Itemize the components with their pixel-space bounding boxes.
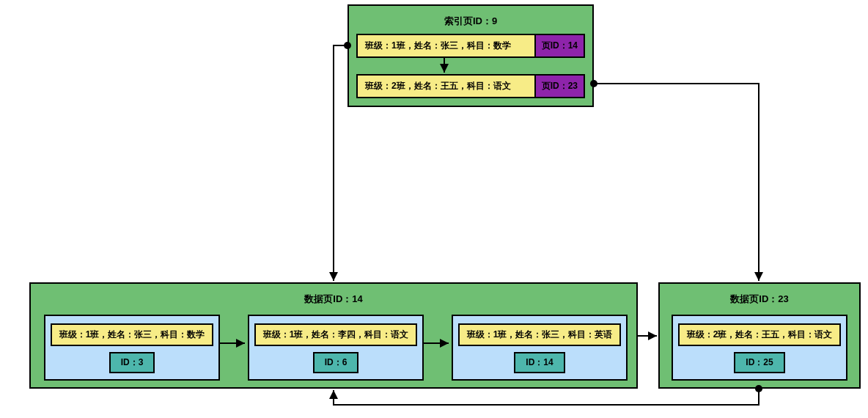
index-page: 索引页ID：9 班级：1班，姓名：张三，科目：数学 页ID：14 班级：2班，姓… xyxy=(347,4,594,107)
diagram-canvas: 索引页ID：9 班级：1班，姓名：张三，科目：数学 页ID：14 班级：2班，姓… xyxy=(0,0,868,418)
record-id: ID：25 xyxy=(734,352,784,373)
data-page: 数据页ID：23 班级：2班，姓名：王五，科目：语文 ID：25 xyxy=(658,282,861,389)
data-record: 班级：1班，姓名：张三，科目：英语 ID：14 xyxy=(452,315,628,381)
record-key: 班级：1班，姓名：李四，科目：语文 xyxy=(254,323,418,346)
record-key: 班级：2班，姓名：王五，科目：语文 xyxy=(678,323,842,346)
data-record: 班级：2班，姓名：王五，科目：语文 ID：25 xyxy=(672,315,847,381)
record-id: ID：3 xyxy=(109,352,155,373)
index-page-title: 索引页ID：9 xyxy=(356,12,585,34)
data-record: 班级：1班，姓名：张三，科目：数学 ID：3 xyxy=(44,315,220,381)
data-page: 数据页ID：14 班级：1班，姓名：张三，科目：数学 ID：3 班级：1班，姓名… xyxy=(29,282,638,389)
data-record: 班级：1班，姓名：李四，科目：语文 ID：6 xyxy=(248,315,424,381)
record-key: 班级：1班，姓名：张三，科目：英语 xyxy=(458,323,622,346)
record-id: ID：6 xyxy=(313,352,359,373)
index-row: 班级：2班，姓名：王五，科目：语文 页ID：23 xyxy=(356,74,585,98)
index-key: 班级：1班，姓名：张三，科目：数学 xyxy=(358,35,536,56)
data-page-title: 数据页ID：23 xyxy=(667,290,852,312)
index-key: 班级：2班，姓名：王五，科目：语文 xyxy=(358,76,536,97)
data-page-title: 数据页ID：14 xyxy=(38,290,629,312)
index-page-id: 页ID：23 xyxy=(536,76,584,97)
record-id: ID：14 xyxy=(514,352,564,373)
record-key: 班级：1班，姓名：张三，科目：数学 xyxy=(51,323,214,346)
index-page-id: 页ID：14 xyxy=(536,35,584,56)
index-row: 班级：1班，姓名：张三，科目：数学 页ID：14 xyxy=(356,34,585,58)
